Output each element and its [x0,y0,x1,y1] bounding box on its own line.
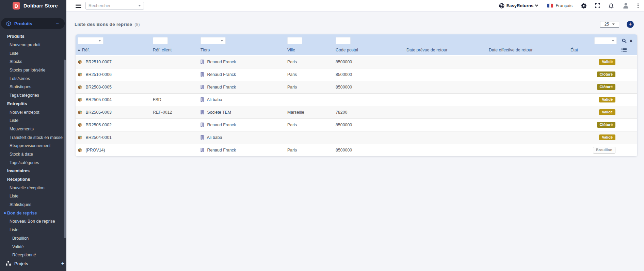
sidebar-item-tags-cat-gories[interactable]: Tags/catégories [0,158,66,167]
sidebar-item-lots-s-ries[interactable]: Lots/séries [0,74,66,83]
chevron-down-icon [612,23,615,25]
sidebar-item-liste[interactable]: Liste [0,116,66,125]
add-project-icon[interactable]: + [61,260,64,267]
sidebar-item-statistiques[interactable]: Statistiques [0,83,66,91]
sidebar-item-label: Projets [14,261,28,266]
column-header-code-postal[interactable]: Code postal [334,47,404,55]
sidebar-item-stocks[interactable]: Stocks [0,58,66,66]
filter-etat-select[interactable] [594,37,617,44]
app-logo[interactable]: D Dolibarr Store [0,0,66,12]
fullscreen-icon[interactable] [595,3,600,8]
column-header-tiers[interactable]: Tiers [198,47,285,55]
global-search-input[interactable]: Rechercher [85,2,144,10]
ref-link[interactable]: BR2508-0005 [85,85,111,90]
sidebar-module-produits[interactable]: Produits − [1,18,65,29]
status-badge: Validé [599,109,615,115]
code-postal-cell [334,93,404,106]
sidebar-item-nouveau-produit[interactable]: Nouveau produit [0,41,66,49]
company-switcher[interactable]: EasyReturns [499,3,538,9]
ville-cell: Paris [285,118,334,131]
ref-link[interactable]: BR2510-0006 [85,72,111,77]
sidebar-item-label: Tags/catégories [10,160,39,165]
column-header-date-prevue[interactable]: Date prévue de retour [404,47,487,55]
ref-link[interactable]: BR2505-0003 [85,110,111,115]
ville-cell [285,131,334,144]
sidebar-item-liste[interactable]: Liste [0,49,66,58]
sidebar-item-liste[interactable]: Liste [0,192,66,201]
sidebar-item-tags-cat-gories[interactable]: Tags/catégories [0,91,66,100]
ref-link[interactable]: BR2505-0002 [85,123,111,127]
filter-tiers-select[interactable] [200,37,226,44]
collapse-minus-icon[interactable]: − [56,21,59,27]
ref-client-cell [151,118,198,131]
sidebar-item-label: Tags/catégories [10,93,39,98]
sidebar-item-projets[interactable]: Projets + [0,259,64,268]
tiers-link[interactable]: Ali baba [207,97,222,102]
ref-client-cell [151,81,198,93]
package-icon [78,60,82,64]
column-header-etat[interactable]: État [568,47,619,55]
column-header-ref-client[interactable]: Réf. client [151,47,198,55]
ref-link[interactable]: BR2505-0004 [85,97,111,102]
sidebar-item-bon-de-reprise[interactable]: Bon de reprise [0,209,66,217]
ref-client-cell: FSD [151,93,198,106]
hamburger-icon[interactable] [76,3,81,9]
sidebar-item-inventaires[interactable]: Inventaires [0,167,66,175]
create-new-button[interactable]: + [627,21,634,28]
bell-icon[interactable] [609,3,614,9]
column-header-date-effective[interactable]: Date effective de retour [487,47,568,55]
sidebar-item-stock-date[interactable]: Stock à date [0,150,66,159]
clear-filters-icon[interactable]: × [630,38,632,43]
tiers-link[interactable]: Société TEM [207,110,231,115]
sidebar-item-r-approvisionnement[interactable]: Réapprovisionnement [0,142,66,150]
sidebar-item-transfert-de-stock-en-masse[interactable]: Transfert de stock en masse [0,133,66,142]
sidebar-item-stocks-par-lot-s-rie[interactable]: Stocks par lot/série [0,66,66,75]
sidebar-item-label: Réceptionné [12,253,36,257]
sidebar-item-nouveau-bon-de-reprise[interactable]: Nouveau Bon de reprise [0,217,66,226]
language-switcher[interactable]: Français [547,3,573,8]
ref-link[interactable]: (PROV14) [85,148,105,153]
sidebar-item-liste[interactable]: Liste [0,226,66,234]
ref-client-cell [151,55,198,68]
avatar[interactable] [622,2,629,9]
tiers-link[interactable]: Renaud Franck [207,148,236,153]
tiers-link[interactable]: Renaud Franck [207,72,236,77]
sidebar-item-statistiques[interactable]: Statistiques [0,201,66,209]
column-selector-icon[interactable] [622,48,627,52]
filter-code-postal-input[interactable] [336,37,351,44]
sidebar-item-nouvel-entrep-t[interactable]: Nouvel entrepôt [0,108,66,116]
sidebar-item-brouillon[interactable]: Brouillon [0,234,66,243]
page-size-select[interactable]: 25 [600,21,619,28]
sidebar-item-mouvements[interactable]: Mouvements [0,125,66,133]
sidebar-item-produits[interactable]: Produits [0,32,66,41]
tiers-link[interactable]: Renaud Franck [207,123,236,127]
tiers-link[interactable]: Ali baba [207,135,222,140]
sidebar-item-valid-[interactable]: Validé [0,242,66,251]
ref-link[interactable]: BR2510-0007 [85,60,111,64]
column-header-ville[interactable]: Ville [285,47,334,55]
date-effective-cell [487,131,568,144]
sidebar-item-label: Nouvelle réception [10,186,45,190]
sidebar-item-label: Liste [10,227,18,232]
code-postal-cell: 78200 [334,106,404,118]
sidebar-item-nouvelle-r-ception[interactable]: Nouvelle réception [0,184,66,192]
kebab-menu-icon[interactable] [636,3,640,9]
code-postal-cell: 8500000 [334,55,404,68]
sidebar-item-r-ceptionn-[interactable]: Réceptionné [0,251,66,259]
sidebar-item-entrep-ts[interactable]: Entrepôts [0,100,66,108]
gear-icon[interactable] [581,3,586,9]
search-icon[interactable] [622,38,627,43]
sidebar-scrollbar[interactable] [64,60,66,238]
filter-ref-client-input[interactable] [153,37,168,44]
result-count: (8) [134,22,140,27]
table-row: BR2510-0007 Renaud Franck Paris 8500000 … [76,55,637,68]
tiers-link[interactable]: Renaud Franck [207,60,236,64]
ref-link[interactable]: BR2504-0001 [85,135,111,140]
filter-ref-select[interactable] [78,37,103,44]
sidebar-item-r-ceptions[interactable]: Réceptions [0,175,66,184]
filter-ville-input[interactable] [287,37,302,44]
tiers-link[interactable]: Renaud Franck [207,85,236,90]
column-header-ref[interactable]: Réf. [76,47,151,55]
globe-icon [499,3,504,9]
building-icon [200,123,204,127]
